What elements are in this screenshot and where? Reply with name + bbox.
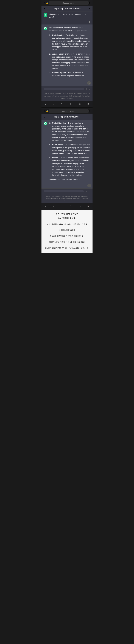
- list-item: 1. United States - The US is a global le…: [49, 34, 90, 51]
- chat-input-2[interactable]: [44, 190, 84, 192]
- ai-message-2: 3. United Kingdom - The UK has had a sig…: [41, 120, 93, 182]
- chat-input-1[interactable]: [44, 88, 84, 90]
- list-number: 4.: [49, 143, 51, 155]
- reload-icon-2[interactable]: ↻: [89, 110, 90, 112]
- list-rest: - Japan is famous for its contributions …: [52, 53, 90, 70]
- scroll-indicator-2: ⌄: [41, 183, 93, 188]
- scroll-indicator-1: ⌄: [41, 80, 93, 86]
- list-number: 1.: [49, 34, 51, 51]
- chat-footer-2: ChatGPT Jan 30 Version. Free Research Pr…: [41, 194, 93, 203]
- list-item: 3. United Kingdom - The UK has had a sig…: [49, 122, 90, 142]
- footer-link-1[interactable]: ChatGPT Jan 30 Version: [44, 93, 58, 94]
- list-item: 3. United Kingdom - The UK has had a sig…: [49, 71, 90, 77]
- list-rest: - France is known for its contributions …: [52, 157, 89, 176]
- footer-text-1: ChatGPT Jan 30 VersionChatGPT Jan 30 Ver…: [44, 93, 90, 99]
- comment-line-7: 이 새끼 어떻게 했냐?? 하는 입장. 사례가 없으니까.: [44, 246, 90, 250]
- tabs-button-2[interactable]: ⧉: [79, 205, 81, 208]
- status-bar-1: ☆ 🔒 chat.openai.com ↻: [41, 0, 93, 6]
- status-bar-left-2: ☆ 🔒: [44, 110, 48, 112]
- list-bold: United Kingdom: [52, 72, 66, 74]
- chat-footer-1: ChatGPT Jan 30 VersionChatGPT Jan 30 Ver…: [41, 92, 93, 101]
- ai-list-2: 3. United Kingdom - The UK has had a sig…: [48, 122, 90, 177]
- list-rest: - The US is a global leader in pop cultu…: [52, 34, 90, 51]
- list-bold: United Kingdom: [52, 122, 66, 124]
- scroll-down-button-1[interactable]: ⌄: [87, 81, 91, 85]
- home-button-2[interactable]: ⌂: [61, 205, 62, 208]
- ai-list-1: 1. United States - The US is a global le…: [48, 34, 90, 77]
- chat-title-1: Top 3 Pop Culture Countries: [54, 8, 81, 10]
- back-button-2[interactable]: ‹: [45, 205, 46, 208]
- refresh-button-1[interactable]: ↻: [89, 88, 90, 90]
- send-button-1[interactable]: ⬆: [85, 88, 87, 90]
- list-rest: - The UK has had a significant impact on…: [52, 122, 89, 142]
- list-number: 3.: [49, 122, 51, 142]
- user-avatar: G: [44, 13, 47, 17]
- reload-icon[interactable]: ↻: [89, 2, 90, 4]
- share-icon[interactable]: ⬆: [89, 20, 90, 24]
- list-text: United Kingdom - The UK has had a signif…: [52, 122, 90, 142]
- share-row: ⬆: [41, 20, 93, 24]
- more-button-1[interactable]: ≡: [88, 102, 89, 106]
- user-message: G What are the top 5 pop culture countri…: [41, 12, 93, 20]
- list-text: Japan - Japan is famous for its contribu…: [52, 52, 90, 70]
- screen-divider: [41, 107, 93, 108]
- list-number: 3.: [49, 71, 51, 77]
- screen2: ☆ 🔒 chat.openai.com ↻ ☰ Top 3 Pop Cultur…: [41, 108, 93, 210]
- ai-message-content-2: 3. United Kingdom - The UK has had a sig…: [48, 122, 90, 181]
- menu-icon-1[interactable]: ☰: [44, 7, 45, 10]
- list-item: 2. Japan - Japan is famous for its contr…: [49, 52, 90, 70]
- list-text: United Kingdom - The UK has had a signif…: [52, 71, 90, 77]
- list-bold: France: [52, 157, 58, 159]
- lock-icon-2: 🔒: [46, 110, 48, 112]
- phone-screen: ☆ 🔒 chat.openai.com ↻ ☰ Top 3 Pop Cultur…: [41, 0, 93, 253]
- send-button-2[interactable]: ⬆: [85, 190, 87, 193]
- back-button-1[interactable]: ‹: [45, 102, 46, 106]
- footer-note: It's important to note that this list is…: [48, 178, 90, 181]
- star-icon: ☆: [44, 2, 45, 4]
- scroll-down-button-2[interactable]: ⌄: [87, 184, 91, 188]
- bookmark-button-2[interactable]: ☆: [69, 205, 72, 208]
- screen1: ☆ 🔒 chat.openai.com ↻ ☰ Top 3 Pop Cultur…: [41, 0, 93, 107]
- comment-line-6: 한국은 해당 사항이 없기에 해외 학자들이: [44, 240, 90, 244]
- forward-button-1[interactable]: ›: [53, 102, 54, 106]
- chat-header-1: ☰ Top 3 Pop Culture Countries +: [41, 6, 93, 12]
- status-bar-right-2: ↻: [89, 110, 90, 112]
- browser-nav-2: ‹ › ⌂ ☆ ⧉ ≡: [41, 203, 93, 210]
- chat-input-area-1: ⬆ ↻: [41, 86, 93, 92]
- plus-icon-2[interactable]: +: [89, 116, 90, 118]
- refresh-button-2[interactable]: ↻: [89, 190, 90, 193]
- ai-avatar-1: [44, 26, 47, 30]
- list-item: 4. South Korea - South Korea has emerged…: [49, 143, 90, 155]
- footer-text-2: ChatGPT Jan 30 Version. Free Research Pr…: [46, 196, 88, 202]
- status-bar-right: ↻: [89, 2, 90, 4]
- list-number: 5.: [49, 156, 51, 177]
- home-button-1[interactable]: ⌂: [61, 102, 62, 106]
- ai-message-1: Here are the top 5 countries that are of…: [41, 24, 93, 80]
- comment-line-3: 이게 대단한 이유는, 근현대사 이후 문화 강국은: [44, 222, 90, 226]
- chat-input-area-2: ⬆ ↻: [41, 188, 93, 194]
- comment-section: 우리나라는 현재 문화강국 Top 5위안에 들어감. 이게 대단한 이유는, …: [41, 210, 93, 253]
- ai-message-content-1: Here are the top 5 countries that are of…: [48, 26, 90, 78]
- footer-link-2[interactable]: ChatGPT Jan 30 Version: [46, 196, 60, 197]
- comment-line-4: 1. 처음부터 강대국: [44, 228, 90, 232]
- lock-icon: 🔒: [46, 2, 48, 4]
- plus-icon-1[interactable]: +: [89, 8, 90, 10]
- user-message-text: What are the top 5 pop culture countries…: [48, 13, 90, 18]
- comment-line-2: Top 5위안에 들어감.: [44, 216, 90, 220]
- chat-header-2: ☰ Top 3 Pop Culture Countries +: [41, 114, 93, 120]
- forward-button-2[interactable]: ›: [53, 205, 54, 208]
- list-text: United States - The US is a global leade…: [52, 34, 90, 51]
- list-number: 2.: [49, 52, 51, 70]
- status-bar-2: ☆ 🔒 chat.openai.com ↻: [41, 108, 93, 114]
- ai-avatar-2: [44, 122, 47, 126]
- comment-line-1: 우리나라는 현재 문화강국: [44, 212, 90, 215]
- more-button-2[interactable]: ≡: [88, 205, 89, 208]
- url-bar-2[interactable]: chat.openai.com: [48, 110, 89, 113]
- bookmark-button-1[interactable]: ☆: [69, 102, 72, 106]
- url-bar-1[interactable]: chat.openai.com: [48, 1, 89, 5]
- star-icon-2: ☆: [44, 110, 45, 112]
- tabs-button-1[interactable]: ⧉: [79, 102, 81, 106]
- browser-nav-1: ‹ › ⌂ ☆ ⧉ ≡: [41, 101, 93, 107]
- list-bold: United States: [52, 34, 64, 36]
- menu-icon-2[interactable]: ☰: [44, 116, 45, 118]
